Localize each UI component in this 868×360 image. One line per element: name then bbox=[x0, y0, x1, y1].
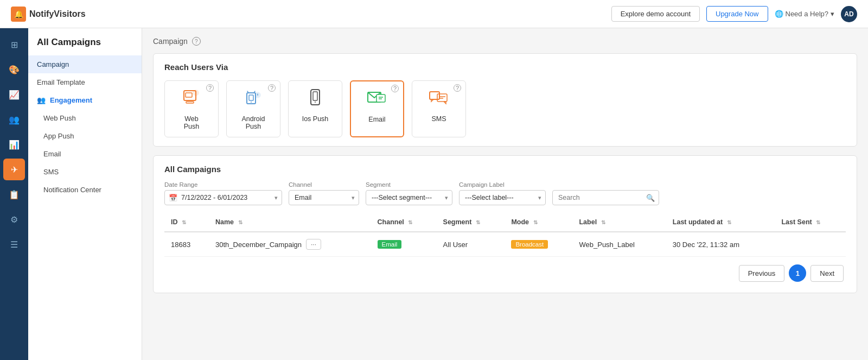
more-options-button[interactable]: ··· bbox=[306, 239, 321, 250]
sort-updated-icon[interactable]: ⇅ bbox=[727, 219, 731, 225]
sort-segment-icon[interactable]: ⇅ bbox=[476, 219, 480, 225]
help-icon: 🌐 bbox=[775, 10, 783, 18]
sidebar-icon-people[interactable]: 👥 bbox=[3, 109, 25, 130]
web-push-help-icon[interactable]: ? bbox=[206, 84, 214, 92]
reach-users-body: Reach Users Via ? bbox=[154, 54, 857, 146]
channel-card-ios-push[interactable]: ? Ios Push bbox=[288, 80, 342, 137]
sidebar-item-engagement[interactable]: 👥 Engagement bbox=[28, 91, 142, 109]
segment-filter-label: Segment bbox=[366, 181, 452, 188]
channel-badge: Email bbox=[378, 240, 402, 249]
sidebar-item-app-push[interactable]: App Push bbox=[28, 127, 142, 145]
search-field-wrap: 🔍 bbox=[552, 190, 659, 205]
sidebar-icon-grid[interactable]: ⊞ bbox=[3, 34, 25, 55]
sidebar-icon-table[interactable]: ☰ bbox=[3, 233, 25, 255]
campaign-label-select[interactable]: ---Select label--- bbox=[459, 190, 546, 205]
help-button[interactable]: 🌐 Need a Help? ▾ bbox=[775, 10, 835, 18]
upgrade-now-button[interactable]: Upgrade Now bbox=[706, 6, 768, 22]
email-help-icon[interactable]: ? bbox=[391, 85, 399, 92]
logo-text: NotifyVisitors bbox=[29, 9, 86, 19]
sidebar-icon-file[interactable]: 📋 bbox=[3, 184, 25, 205]
name-cell: 30th_December_Campaign ··· bbox=[215, 239, 365, 250]
channel-card-sms[interactable]: ? SMS bbox=[412, 80, 466, 137]
svg-rect-1 bbox=[186, 102, 194, 103]
search-filter: 🔍 bbox=[552, 181, 659, 205]
sidebar-item-email[interactable]: Email bbox=[28, 145, 142, 163]
col-name: Name ⇅ bbox=[209, 213, 371, 232]
search-input[interactable] bbox=[552, 190, 659, 205]
sort-label-icon[interactable]: ⇅ bbox=[601, 219, 605, 225]
channel-card-android-push[interactable]: ? bbox=[226, 80, 280, 137]
svg-rect-23 bbox=[437, 94, 447, 102]
svg-rect-7 bbox=[249, 95, 253, 100]
notification-center-label: Notification Center bbox=[43, 186, 101, 194]
sms-help-icon[interactable]: ? bbox=[454, 84, 461, 92]
reach-title: Reach Users Via bbox=[164, 62, 846, 72]
table-head: ID ⇅ Name ⇅ Channel ⇅ bbox=[164, 213, 846, 232]
campaigns-table: ID ⇅ Name ⇅ Channel ⇅ bbox=[164, 213, 846, 257]
sort-sent-icon[interactable]: ⇅ bbox=[816, 219, 820, 225]
sort-name-icon[interactable]: ⇅ bbox=[238, 219, 242, 225]
cell-mode: Broadcast bbox=[505, 232, 572, 257]
segment-filter: Segment ---Select segment--- bbox=[366, 181, 452, 205]
col-label: Label ⇅ bbox=[572, 213, 666, 232]
date-range-label: Date Range bbox=[164, 181, 282, 188]
col-last-updated: Last updated at ⇅ bbox=[666, 213, 775, 232]
icon-sidebar: ⊞ 🎨 📈 👥 📊 ✈ 📋 ⚙ ☰ bbox=[0, 28, 28, 360]
app-push-label: App Push bbox=[43, 132, 74, 140]
cell-name: 30th_December_Campaign ··· bbox=[209, 232, 371, 257]
sidebar-icon-chart[interactable]: 📈 bbox=[3, 84, 25, 105]
sidebar-item-web-push[interactable]: Web Push bbox=[28, 109, 142, 127]
help-chevron-icon: ▾ bbox=[831, 10, 834, 18]
sms-label: SMS bbox=[43, 168, 59, 176]
col-segment: Segment ⇅ bbox=[437, 213, 505, 232]
channel-select[interactable]: Email Web Push App Push SMS iOS Push And… bbox=[289, 190, 359, 205]
previous-button[interactable]: Previous bbox=[739, 265, 785, 282]
segment-select[interactable]: ---Select segment--- bbox=[366, 190, 452, 205]
email-label: Email bbox=[43, 150, 61, 158]
explore-demo-button[interactable]: Explore demo account bbox=[611, 6, 700, 22]
sort-id-icon[interactable]: ⇅ bbox=[182, 219, 186, 225]
sidebar-item-notification-center[interactable]: Notification Center bbox=[28, 181, 142, 199]
channel-card-email[interactable]: ? Email bbox=[350, 80, 404, 137]
campaign-label-filter: Campaign Label ---Select label--- bbox=[459, 181, 546, 205]
segment-select-wrapper: ---Select segment--- bbox=[366, 190, 452, 205]
col-id: ID ⇅ bbox=[164, 213, 209, 232]
channel-select-wrapper: Email Web Push App Push SMS iOS Push And… bbox=[289, 190, 359, 205]
reach-users-card: Reach Users Via ? bbox=[153, 53, 857, 147]
table-header-row: ID ⇅ Name ⇅ Channel ⇅ bbox=[164, 213, 846, 232]
date-range-input[interactable] bbox=[164, 190, 282, 205]
campaign-label-select-wrapper: ---Select label--- bbox=[459, 190, 546, 205]
channel-card-web-push[interactable]: ? WebPush bbox=[164, 80, 219, 137]
sidebar-item-sms[interactable]: SMS bbox=[28, 163, 142, 181]
sidebar-icon-graph[interactable]: 📊 bbox=[3, 134, 25, 155]
sms-channel-label: SMS bbox=[431, 115, 446, 123]
main-layout: ⊞ 🎨 📈 👥 📊 ✈ 📋 ⚙ ☰ All Campaigns Campaign… bbox=[0, 28, 868, 360]
svg-point-8 bbox=[251, 102, 252, 103]
sms-channel-icon bbox=[427, 87, 450, 111]
sidebar-icon-settings[interactable]: ⚙ bbox=[3, 209, 25, 230]
cell-segment: All User bbox=[437, 232, 505, 257]
sidebar-item-email-template[interactable]: Email Template bbox=[28, 73, 142, 91]
campaign-label: Campaign bbox=[37, 60, 69, 68]
android-help-icon[interactable]: ? bbox=[268, 84, 276, 92]
campaigns-section-title: All Campaigns bbox=[164, 165, 846, 174]
sort-mode-icon[interactable]: ⇅ bbox=[533, 219, 538, 225]
page-number-1[interactable]: 1 bbox=[789, 264, 806, 282]
top-nav-actions: Explore demo account Upgrade Now 🌐 Need … bbox=[611, 6, 857, 22]
svg-rect-15 bbox=[313, 92, 317, 100]
col-channel: Channel ⇅ bbox=[371, 213, 437, 232]
page-help-icon[interactable]: ? bbox=[192, 37, 201, 46]
sidebar-icon-palette[interactable]: 🎨 bbox=[3, 59, 25, 80]
email-channel-label: Email bbox=[368, 116, 385, 123]
text-sidebar: All Campaigns Campaign Email Template 👥 … bbox=[28, 28, 142, 360]
next-button[interactable]: Next bbox=[810, 265, 844, 282]
sidebar-icon-send[interactable]: ✈ bbox=[3, 159, 25, 180]
cell-last-updated: 30 Dec '22, 11:32 am bbox=[666, 232, 775, 257]
sidebar-item-campaign[interactable]: Campaign bbox=[28, 55, 142, 73]
android-push-label: AndroidPush bbox=[241, 115, 265, 130]
help-text: Need a Help? bbox=[786, 10, 829, 18]
email-channel-icon bbox=[366, 88, 388, 111]
sort-channel-icon[interactable]: ⇅ bbox=[408, 219, 412, 225]
all-campaigns-body: All Campaigns Date Range 📅 Channel bbox=[154, 156, 857, 293]
table-body: 18683 30th_December_Campaign ··· Email A bbox=[164, 232, 846, 257]
